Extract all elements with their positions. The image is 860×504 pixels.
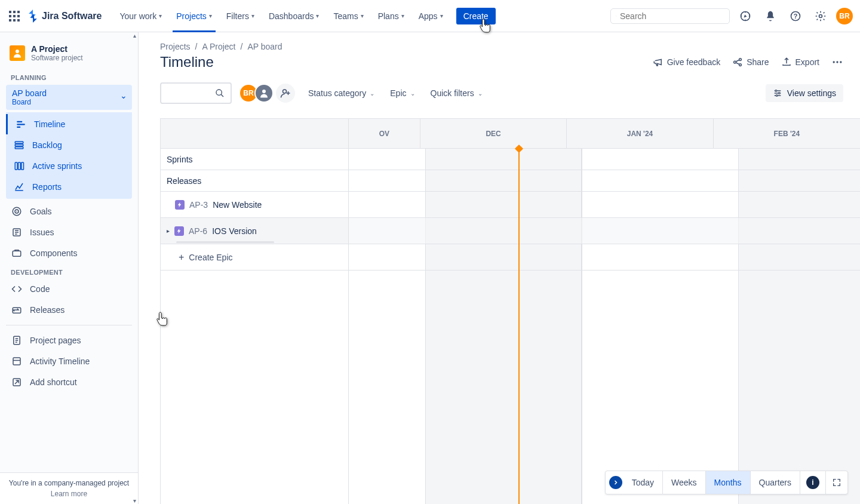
export-button[interactable]: Export [781, 57, 819, 67]
svg-point-40 [216, 90, 222, 95]
chevron-down-icon: ▾ [209, 13, 212, 19]
chevron-down-icon: ⌄ [410, 90, 415, 97]
fullscreen-button[interactable] [826, 471, 847, 494]
svg-rect-6 [9, 19, 11, 21]
sidebar-releases[interactable]: Releases [4, 300, 134, 320]
crumb-project[interactable]: A Project [202, 42, 235, 51]
sidebar-project-pages[interactable]: Project pages [4, 330, 134, 351]
components-icon [11, 248, 23, 259]
development-section-title: DEVELOPMENT [4, 264, 134, 278]
global-search[interactable] [610, 8, 730, 24]
project-header[interactable]: A Project Software project [4, 42, 134, 69]
epic-row-ap3[interactable]: AP-3 New Website [161, 192, 348, 218]
releases-row[interactable]: Releases [161, 170, 348, 192]
svg-rect-3 [9, 15, 11, 17]
svg-point-27 [16, 211, 17, 212]
sidebar-scrollbar[interactable]: ▴▾ [131, 32, 137, 504]
breadcrumb: Projects / A Project / AP board [160, 42, 860, 51]
svg-point-39 [840, 61, 841, 63]
scroll-back-button[interactable] [606, 471, 624, 494]
nav-apps[interactable]: Apps▾ [413, 7, 449, 26]
svg-rect-22 [15, 162, 17, 170]
create-epic-row[interactable]: + Create Epic [161, 244, 348, 271]
notifications-icon[interactable] [761, 7, 780, 26]
nav-teams[interactable]: Teams▾ [327, 7, 369, 26]
more-actions-button[interactable] [831, 56, 843, 68]
chevron-down-icon: ▾ [361, 13, 364, 19]
sidebar-activity-timeline[interactable]: Activity Timeline [4, 351, 134, 371]
svg-rect-2 [17, 11, 20, 13]
sidebar-backlog[interactable]: Backlog [6, 135, 132, 155]
sidebar-timeline[interactable]: Timeline [6, 114, 132, 134]
today-marker [518, 149, 520, 504]
quarters-button[interactable]: Quarters [751, 471, 800, 494]
svg-point-43 [283, 90, 287, 93]
chevron-down-icon: ▾ [251, 13, 254, 19]
backlog-icon [13, 140, 25, 150]
svg-point-42 [262, 90, 266, 93]
sidebar-add-shortcut[interactable]: Add shortcut [4, 372, 134, 392]
view-settings-button[interactable]: View settings [766, 84, 843, 102]
sidebar-reports[interactable]: Reports [6, 177, 132, 197]
assignee-filter: BR [242, 84, 295, 103]
status-category-filter[interactable]: Status category⌄ [306, 85, 377, 102]
quick-filters[interactable]: Quick filters⌄ [428, 85, 485, 102]
share-button[interactable]: Share [732, 57, 769, 67]
epic-row-ap6[interactable]: ▸ AP-6 IOS Version [161, 218, 348, 244]
svg-point-15 [16, 50, 19, 53]
pages-icon [11, 335, 23, 346]
sidebar-goals[interactable]: Goals [4, 201, 134, 222]
chevron-down-icon: ▾ [159, 13, 162, 19]
board-icon [13, 161, 25, 171]
svg-rect-18 [17, 127, 20, 128]
add-people-button[interactable] [276, 84, 295, 103]
search-icon [616, 12, 616, 20]
svg-rect-0 [9, 11, 11, 13]
months-button[interactable]: Months [706, 471, 751, 494]
weeks-button[interactable]: Weeks [663, 471, 706, 494]
nav-projects[interactable]: Projects▾ [170, 7, 218, 26]
search-input[interactable] [620, 11, 724, 21]
chevron-down-icon: ▾ [440, 13, 443, 19]
timeline-grid[interactable]: OV DEC JAN '24 FEB '24 [349, 119, 860, 504]
epic-filter[interactable]: Epic⌄ [388, 85, 417, 102]
app-switcher-icon[interactable] [7, 9, 22, 23]
sidebar-active-sprints[interactable]: Active sprints [6, 156, 132, 176]
avatar-unassigned[interactable] [254, 84, 274, 103]
create-button[interactable]: Create [456, 8, 496, 24]
board-selector[interactable]: AP board Board ⌄ [6, 85, 132, 110]
learn-more-link[interactable]: Learn more [6, 490, 132, 498]
help-icon[interactable]: ? [786, 7, 805, 26]
svg-point-44 [775, 90, 777, 92]
nav-your-work[interactable]: Your work▾ [113, 7, 168, 26]
top-nav: Jira Software Your work▾ Projects▾ Filte… [0, 0, 860, 32]
nav-dashboards[interactable]: Dashboards▾ [263, 7, 325, 26]
chevron-right-icon[interactable]: ▸ [167, 228, 170, 234]
svg-rect-16 [17, 121, 22, 122]
legend-button[interactable]: i [800, 471, 826, 494]
sidebar-components[interactable]: Components [4, 243, 134, 263]
nav-plans[interactable]: Plans▾ [372, 7, 410, 26]
crumb-board[interactable]: AP board [247, 42, 282, 51]
today-button[interactable]: Today [624, 471, 663, 494]
sprints-row[interactable]: Sprints [161, 149, 348, 170]
sliders-icon [773, 88, 782, 98]
jira-logo[interactable]: Jira Software [26, 10, 102, 23]
sidebar-issues[interactable]: Issues [4, 222, 134, 242]
settings-icon[interactable] [811, 7, 830, 26]
planning-section-title: PLANNING [4, 69, 134, 84]
epic-progress-bar [176, 241, 274, 243]
sidebar-code[interactable]: Code [4, 279, 134, 299]
crumb-projects[interactable]: Projects [160, 42, 191, 51]
svg-point-9 [616, 16, 616, 16]
timeline-search[interactable] [160, 82, 232, 104]
give-feedback-button[interactable]: Give feedback [653, 57, 721, 67]
sidebar: A Project Software project PLANNING AP b… [0, 32, 139, 504]
user-avatar[interactable]: BR [836, 8, 853, 24]
project-icon [10, 45, 25, 61]
compass-icon[interactable] [736, 7, 755, 26]
nav-filters[interactable]: Filters▾ [220, 7, 260, 26]
activity-icon [11, 356, 23, 367]
svg-line-41 [221, 94, 223, 97]
svg-point-38 [836, 61, 838, 63]
